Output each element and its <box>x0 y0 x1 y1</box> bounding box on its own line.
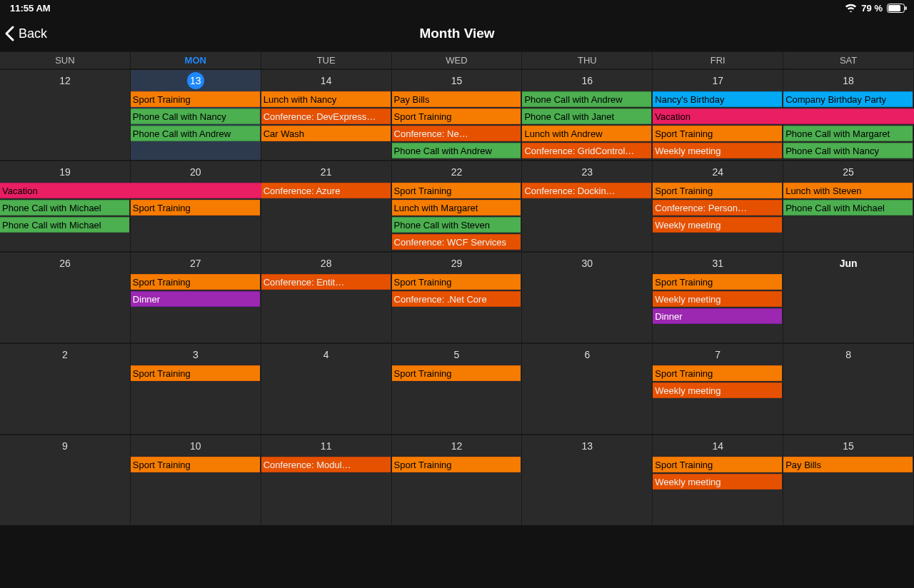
day-cell[interactable]: 14Lunch with NancyConference: DevExpress… <box>261 70 392 160</box>
calendar-event[interactable]: Sport Training <box>392 365 521 381</box>
calendar-event[interactable]: Conference: WCF Services <box>392 234 521 250</box>
day-cell[interactable]: 16Phone Call with AndrewPhone Call with … <box>522 70 653 160</box>
calendar-event[interactable]: Sport Training <box>131 200 260 216</box>
day-cell[interactable]: 12 <box>0 70 131 160</box>
calendar-event[interactable]: Conference: Entit… <box>261 274 391 290</box>
calendar-event[interactable]: Nancy's Birthday <box>653 91 782 107</box>
day-cell[interactable]: 5Sport Training <box>392 344 523 434</box>
day-cell[interactable]: 24Sport TrainingConference: Person…Weekl… <box>653 161 783 251</box>
calendar-event[interactable]: Weekly meeting <box>653 382 782 398</box>
day-cell[interactable]: 31Sport TrainingWeekly meetingDinner <box>653 253 783 343</box>
calendar-event[interactable]: Sport Training <box>653 183 782 198</box>
calendar-event[interactable]: Dinner <box>131 291 260 307</box>
calendar-event[interactable]: Sport Training <box>392 274 521 290</box>
weekday-header: TUE <box>261 51 392 69</box>
calendar-event[interactable]: Sport Training <box>392 457 521 472</box>
calendar-event[interactable]: Phone Call with Michael <box>783 200 913 216</box>
calendar-event[interactable]: Lunch with Nancy <box>261 91 391 107</box>
calendar-event[interactable]: Sport Training <box>131 91 260 107</box>
event-slot: Sport Training <box>653 365 783 382</box>
day-cell[interactable]: 26 <box>0 253 131 343</box>
calendar-event[interactable]: Lunch with Steven <box>783 183 913 198</box>
calendar-event[interactable]: Sport Training <box>131 274 260 290</box>
day-cell[interactable]: 19Phone Call with MichaelPhone Call with… <box>0 161 131 251</box>
calendar-event[interactable]: Car Wash <box>261 126 391 141</box>
calendar-event[interactable]: Sport Training <box>653 274 782 290</box>
calendar-month-view[interactable]: SUNMONTUEWEDTHUFRISAT1213Sport TrainingP… <box>0 51 914 525</box>
day-cell[interactable]: 10Sport Training <box>131 435 261 525</box>
calendar-event[interactable]: Phone Call with Steven <box>392 217 521 233</box>
calendar-event[interactable]: Conference: Person… <box>653 200 782 216</box>
calendar-event[interactable]: Phone Call with Andrew <box>522 91 651 107</box>
day-cell[interactable]: 7Sport TrainingWeekly meeting <box>653 344 783 434</box>
calendar-event[interactable]: Sport Training <box>653 457 782 472</box>
calendar-event[interactable]: Vacation <box>0 183 261 198</box>
day-cell[interactable]: 6 <box>522 344 653 434</box>
calendar-event[interactable]: Sport Training <box>392 108 521 124</box>
event-slot <box>392 474 522 491</box>
calendar-event[interactable]: Sport Training <box>392 183 521 198</box>
day-cell[interactable]: 29Sport TrainingConference: .Net Core <box>392 253 523 343</box>
event-slot: Weekly meeting <box>653 474 783 491</box>
calendar-event[interactable]: Conference: Azure <box>261 183 391 198</box>
day-cell[interactable]: 28Conference: Entit… <box>261 253 392 343</box>
calendar-event[interactable]: Phone Call with Michael <box>0 217 129 233</box>
day-cell[interactable]: 3Sport Training <box>131 344 261 434</box>
calendar-event[interactable]: Conference: GridControl… <box>522 143 651 158</box>
day-cell[interactable]: 4 <box>261 344 392 434</box>
day-cell[interactable]: 22Sport TrainingLunch with MargaretPhone… <box>392 161 523 251</box>
calendar-event[interactable]: Phone Call with Andrew <box>392 143 521 158</box>
day-cell[interactable]: 12Sport Training <box>392 435 523 525</box>
event-slot: Lunch with Steven <box>783 183 913 200</box>
day-cell[interactable]: 15Pay BillsSport TrainingConference: Ne…… <box>392 70 523 160</box>
event-slot <box>392 382 522 400</box>
day-cell[interactable]: 8 <box>783 344 914 434</box>
day-cell[interactable]: 11Conference: Modul… <box>261 435 392 525</box>
calendar-event[interactable]: Weekly meeting <box>653 217 782 233</box>
day-cell[interactable]: 13 <box>522 435 653 525</box>
day-cell[interactable]: 27Sport TrainingDinner <box>131 253 261 343</box>
calendar-event[interactable]: Lunch with Margaret <box>392 200 521 216</box>
back-button[interactable]: Back <box>3 24 47 43</box>
calendar-event[interactable]: Weekly meeting <box>653 291 782 307</box>
calendar-event[interactable]: Conference: DevExpress… <box>261 108 391 124</box>
day-cell[interactable]: 21Conference: Azure <box>261 161 392 251</box>
day-cell[interactable]: 30 <box>522 253 653 343</box>
calendar-event[interactable]: Lunch with Andrew <box>522 126 651 141</box>
day-cell[interactable]: 15Pay Bills <box>783 435 914 525</box>
calendar-event[interactable]: Sport Training <box>131 457 260 472</box>
calendar-event[interactable]: Phone Call with Margaret <box>783 126 913 141</box>
today-indicator: 13 <box>187 72 204 89</box>
day-cell[interactable]: 2 <box>0 344 131 434</box>
calendar-event[interactable]: Sport Training <box>131 365 260 381</box>
calendar-event[interactable]: Conference: Ne… <box>392 126 521 141</box>
day-cell[interactable]: 14Sport TrainingWeekly meeting <box>653 435 783 525</box>
calendar-event[interactable]: Phone Call with Nancy <box>783 143 913 158</box>
calendar-event[interactable]: Phone Call with Andrew <box>131 126 260 141</box>
calendar-event[interactable]: Vacation <box>653 108 914 124</box>
day-cell[interactable]: Jun <box>783 253 914 343</box>
calendar-event[interactable]: Weekly meeting <box>653 143 782 158</box>
calendar-event[interactable]: Phone Call with Janet <box>522 108 651 124</box>
calendar-event[interactable]: Sport Training <box>653 126 782 141</box>
calendar-event[interactable]: Pay Bills <box>783 457 913 472</box>
event-slot: Conference: GridControl… <box>522 143 652 160</box>
day-cell[interactable]: 20Sport Training <box>131 161 261 251</box>
calendar-event[interactable]: Dinner <box>653 308 782 324</box>
calendar-event[interactable]: Conference: Dockin… <box>522 183 651 198</box>
calendar-event[interactable]: Sport Training <box>653 365 782 381</box>
status-bar: 11:55 AM 79 % <box>0 0 914 16</box>
calendar-event[interactable]: Phone Call with Michael <box>0 200 129 216</box>
calendar-event[interactable]: Conference: .Net Core <box>392 291 521 307</box>
day-cell[interactable]: 9 <box>0 435 131 525</box>
calendar-event[interactable]: Conference: Modul… <box>261 457 391 472</box>
day-cell[interactable]: 25Lunch with StevenPhone Call with Micha… <box>783 161 914 251</box>
calendar-event[interactable]: Company Birthday Party <box>783 91 913 107</box>
calendar-event[interactable]: Pay Bills <box>392 91 521 107</box>
calendar-event[interactable]: Phone Call with Nancy <box>131 108 260 124</box>
event-slot <box>0 325 130 343</box>
day-cell[interactable]: 23Conference: Dockin… <box>522 161 653 251</box>
calendar-event[interactable]: Weekly meeting <box>653 474 782 490</box>
weekday-header: SUN <box>0 51 131 69</box>
day-cell[interactable]: 13Sport TrainingPhone Call with NancyPho… <box>131 70 261 160</box>
